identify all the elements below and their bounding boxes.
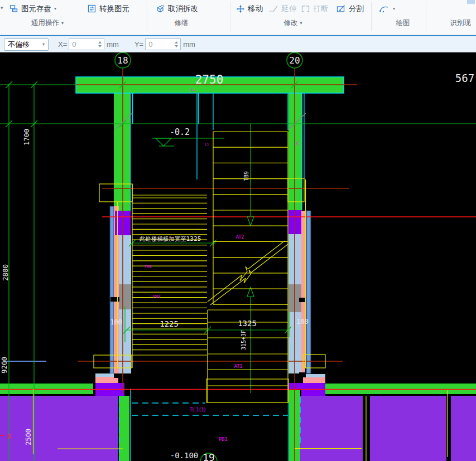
clipped-dropdown-caret[interactable]: ▾ [1,5,3,11]
dim-567[interactable]: 567 [455,72,474,84]
spin-down-icon[interactable] [98,45,102,47]
dim-100-right[interactable]: 100 [296,318,309,326]
offset-x-spinner[interactable] [96,39,104,50]
dim-9200[interactable]: 9200 [0,357,8,373]
extend-button: 延伸 [267,2,298,16]
dimension-ticks [6,81,298,333]
stair-direction-arrow-up[interactable] [247,287,254,393]
break-label: 打断 [313,4,328,14]
clipped-toolbar-icon [467,0,475,4]
offset-y-unit: mm [183,40,195,48]
tag-xl[interactable]: XL [295,140,300,145]
spin-down-icon[interactable] [175,45,178,47]
grip-handle[interactable] [114,373,119,378]
tag-at3[interactable]: AT3 [234,364,243,369]
group-identify-label: 识别现 [450,18,471,28]
group-modify-label: 修改 [283,18,297,28]
offset-y-input[interactable]: 0 [145,38,181,50]
move-icon [236,4,245,13]
extend-icon [269,4,278,13]
wall-finish-stripe[interactable] [110,206,114,373]
cancel-split-label: 取消拆改 [168,4,198,14]
convert-element-icon [88,4,97,13]
group-modify[interactable]: 修改 ▾ [268,18,318,28]
convert-element-label: 转换图元 [99,4,129,14]
left-wall[interactable] [95,93,131,383]
group-draw-label: 绘图 [396,18,410,28]
spin-up-icon[interactable] [175,41,178,43]
split-label: 分割 [349,4,364,14]
tag-wall[interactable]: L1 [205,142,209,146]
offset-mode-caret: ▾ [42,42,45,47]
toolbar-separator [426,2,426,31]
break-icon [301,4,310,13]
group-general-operations[interactable]: 通用操作 ▾ [22,18,73,28]
grid-label-19: 19 [203,452,215,461]
toolbar-separator [147,2,147,31]
element-save-icon [9,4,18,13]
element-save-button[interactable]: 图元存盘 ▾ [8,2,58,16]
group-identify: 识别现 [438,18,476,28]
cad-canvas[interactable]: 18 20 19 2750 567 1700 2800 9200 2500 -0… [0,52,476,461]
tag-pb2-b[interactable]: PB2 [153,294,160,299]
offset-mode-select[interactable]: 不偏移 ▾ [4,38,49,51]
stair-widen-note[interactable]: 此处楼梯板加宽至1325 [140,235,201,242]
curve-icon [379,4,390,13]
dim-1225[interactable]: 1225 [160,319,179,328]
extend-label: 延伸 [281,4,296,14]
toolbar-separator [371,2,372,31]
cancel-split-icon [156,4,165,13]
offset-x-value: 0 [69,40,96,48]
tag-tl1[interactable]: TL-1(1) [189,407,206,413]
dim-1325[interactable]: 1325 [238,319,257,328]
grip-handle[interactable] [299,372,306,377]
offset-x-unit: mm [107,40,119,48]
group-repair: 修缮 [160,18,203,28]
ribbon-toolbar: ▾ 图元存盘 ▾ 转换图元 取消拆改 [0,0,476,35]
grid-bubbles[interactable]: 18 20 19 [115,52,302,461]
dim-2500[interactable]: 2500 [24,429,32,445]
wall-finish-stripe[interactable] [306,211,311,373]
dim-2800[interactable]: 2800 [1,264,9,281]
column[interactable] [289,210,302,234]
element-save-label: 图元存盘 [21,4,51,14]
flight-label-lower[interactable]: 315+3F [241,330,247,350]
left-flight-treads[interactable] [132,195,207,355]
convert-element-button[interactable]: 转换图元 [86,2,131,16]
offset-y-spinner[interactable] [172,39,180,50]
floor-slabs[interactable] [0,383,476,461]
flight-label-upper[interactable]: TB9 [243,171,249,181]
cad-application-window: ▾ 图元存盘 ▾ 转换图元 取消拆改 [0,0,476,461]
move-button[interactable]: 移动 [234,2,265,16]
elevation-bottom[interactable]: -0.100 [170,451,199,460]
draw-curve-caret: ▾ [393,7,395,11]
elevation-top[interactable]: -0.2 [170,127,190,137]
dim-1700[interactable]: 1700 [22,129,31,145]
offset-y-value: 0 [146,40,172,48]
split-button[interactable]: 分割 [335,2,366,16]
dim-2750[interactable]: 2750 [195,73,224,86]
grid-label-20: 20 [289,55,300,66]
group-general-label: 通用操作 [31,18,59,28]
cancel-split-button[interactable]: 取消拆改 [154,2,200,16]
grip-handle[interactable] [299,298,306,302]
tag-pb1[interactable]: PB1 [219,437,227,442]
spin-up-icon[interactable] [98,41,102,43]
draw-curve-button[interactable]: ▾ [377,2,397,16]
toolbar-separator [230,2,230,31]
split-icon [336,4,346,13]
offset-y-label: Y= [134,40,143,48]
dim-100-left[interactable]: 100 [110,318,122,326]
tag-pb2-a[interactable]: PB2 [145,264,152,269]
landing-outline[interactable] [206,379,289,402]
right-wall[interactable] [289,93,325,383]
offset-x-input[interactable]: 0 [69,38,104,50]
wall-edges[interactable] [119,93,304,461]
tag-at2[interactable]: AT2 [236,235,244,240]
hatch-marks [114,113,306,130]
grip-handle[interactable] [110,297,115,302]
offset-bar: 不偏移 ▾ X= 0 mm Y= 0 mm [0,35,476,52]
ucs-x-axis-label: X [7,433,12,440]
break-button: 打断 [299,2,330,16]
tag-beam[interactable]: L1 [191,88,195,91]
